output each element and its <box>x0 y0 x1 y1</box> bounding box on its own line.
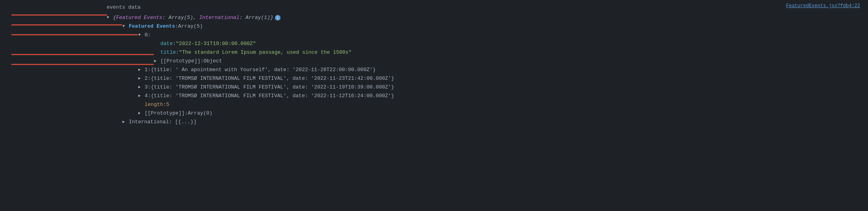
no-arrow <box>154 49 160 57</box>
key-title: title <box>160 49 176 57</box>
events-label-text: events data <box>107 4 141 11</box>
value-length: 5 <box>166 101 169 109</box>
expand-arrow[interactable] <box>122 23 128 30</box>
expand-arrow[interactable] <box>138 31 144 39</box>
tree-row: International: [{...}] <box>0 118 868 126</box>
colon: : <box>148 31 151 39</box>
colon: : <box>173 40 176 48</box>
expand-arrow[interactable] <box>138 92 144 100</box>
expand-arrow[interactable] <box>138 75 144 83</box>
key-international: I <box>129 118 132 126</box>
tree-row: date : "2022-12-31T19:00:00.000Z" <box>0 40 868 48</box>
no-arrow <box>138 101 144 109</box>
value-title: "The standard Lorem Ipsum passage, used … <box>179 49 352 57</box>
tree-row: {Featured Events: Array(5), Internationa… <box>0 13 868 22</box>
tree-row: length : 5 <box>0 100 868 109</box>
no-arrow <box>154 40 160 48</box>
colon: : <box>148 66 151 74</box>
key-featured-events: Featured Events <box>129 23 175 30</box>
value-object: Object <box>203 57 222 65</box>
tree-row: 4 : {title: 'TROMSØ INTERNATIONAL FILM F… <box>0 92 868 100</box>
key-index-4: 4 <box>145 92 148 100</box>
colon: : <box>185 109 188 117</box>
expand-arrow[interactable] <box>154 57 160 65</box>
root-object-value: {Featured Events: Array(5), Internationa… <box>113 14 273 22</box>
colon: : <box>148 83 151 91</box>
value-index-4: {title: 'TROMSØ INTERNATIONAL FILM FESTI… <box>151 92 394 100</box>
colon: : <box>200 57 203 65</box>
tree-row: [[Prototype]] : Object <box>0 57 868 66</box>
tree-row: title : "The standard Lorem Ipsum passag… <box>0 48 868 57</box>
key-index-2: 2 <box>145 75 148 83</box>
tree-row: 0 : <box>0 31 868 40</box>
key-prototype: [[Prototype]] <box>160 57 200 65</box>
tree-row: 2 : {title: 'TROMSØ INTERNATIONAL FILM F… <box>0 74 868 83</box>
colon: : <box>148 75 151 83</box>
value-index-3: {title: 'TROMSØ INTERNATIONAL FILM FESTI… <box>151 83 394 91</box>
tree-row: Featured Events : Array(5) <box>0 22 868 31</box>
info-icon[interactable]: i <box>275 15 281 21</box>
expand-arrow[interactable] <box>138 83 144 91</box>
colon: : <box>148 92 151 100</box>
key-date: date <box>160 40 173 48</box>
value-index-1: {title: ' An apointment with Yourself', … <box>151 66 376 74</box>
value-international: nternational: [{...}] <box>132 118 197 126</box>
tree-row: 3 : {title: 'TROMSØ INTERNATIONAL FILM F… <box>0 83 868 92</box>
source-link[interactable]: FeaturedEvents.jsx?fdb4:22 <box>786 3 860 9</box>
tree-row: [[Prototype]] : Array(0) <box>0 109 868 118</box>
value-array0: Array(0) <box>188 109 212 117</box>
colon: : <box>163 101 166 109</box>
key-index-0: 0 <box>145 31 148 39</box>
key-prototype-array: [[Prototype]] <box>145 109 185 117</box>
key-index-3: 3 <box>145 83 148 91</box>
value-index-2: {title: 'TROMSØ INTERNATIONAL FILM FESTI… <box>151 75 394 83</box>
value-array5: Array(5) <box>178 23 203 30</box>
colon: : <box>175 23 178 30</box>
tree-row: 1 : {title: ' An apointment with Yoursel… <box>0 66 868 74</box>
key-length: length <box>145 101 163 109</box>
colon: : <box>176 49 179 57</box>
key-index-1: 1 <box>145 66 148 74</box>
expand-arrow[interactable] <box>107 14 112 22</box>
events-data-label: events data <box>0 3 868 12</box>
expand-arrow[interactable] <box>122 118 128 126</box>
expand-arrow[interactable] <box>138 109 144 117</box>
devtools-panel: events data FeaturedEvents.jsx?fdb4:22 {… <box>0 0 868 211</box>
value-date: "2022-12-31T19:00:00.000Z" <box>176 40 256 48</box>
expand-arrow[interactable] <box>138 66 144 74</box>
